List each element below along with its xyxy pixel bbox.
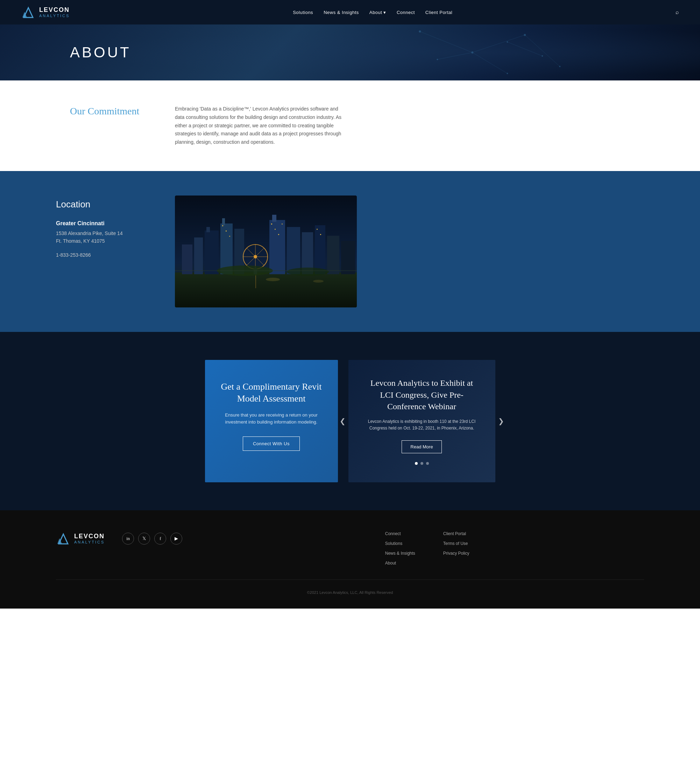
svg-point-49 [266, 278, 280, 281]
connect-with-us-button[interactable]: Connect With Us [243, 436, 300, 451]
location-title: Location [56, 199, 147, 210]
carousel-dots [366, 462, 478, 465]
location-info: Location Greater Cincinnati 1538 Alexand… [56, 196, 147, 258]
svg-point-52 [287, 267, 329, 276]
logo-company-name: LEVCON [39, 6, 70, 14]
location-address: 1538 Alexandria Pike, Suite 14 Ft. Thoma… [56, 229, 147, 245]
svg-point-10 [524, 34, 526, 36]
svg-rect-20 [205, 231, 218, 274]
footer-company-name: LEVCON [74, 533, 105, 540]
svg-point-11 [560, 66, 561, 67]
cta-left-desc: Ensure that you are receiving a return o… [219, 412, 324, 426]
cta-section: Get a Complimentary Revit Model Assessme… [0, 332, 700, 510]
svg-point-8 [419, 30, 421, 32]
svg-rect-38 [341, 241, 355, 274]
cta-right-card: ❮ Levcon Analytics to Exhibit at LCI Con… [348, 360, 495, 482]
svg-rect-17 [175, 272, 357, 307]
svg-rect-42 [271, 223, 272, 224]
svg-rect-36 [315, 225, 325, 274]
footer-nav-col-2: Client Portal Terms of Use Privacy Polic… [443, 531, 469, 565]
footer-link-privacy[interactable]: Privacy Policy [443, 551, 469, 556]
svg-rect-39 [222, 225, 223, 226]
cta-left-card: Get a Complimentary Revit Model Assessme… [205, 360, 338, 482]
svg-rect-45 [282, 223, 283, 224]
svg-line-3 [473, 35, 525, 53]
twitter-icon[interactable]: 𝕏 [138, 533, 150, 544]
carousel-prev-arrow[interactable]: ❮ [340, 417, 346, 425]
footer-link-client-portal[interactable]: Client Portal [443, 531, 469, 536]
svg-rect-23 [222, 218, 225, 225]
svg-rect-44 [278, 234, 279, 235]
svg-rect-33 [272, 215, 276, 222]
footer: LEVCON ANALYTICS in 𝕏 f ▶ Connect Soluti… [0, 510, 700, 609]
nav-connect[interactable]: Connect [397, 10, 415, 15]
carousel-dot-3[interactable] [426, 462, 429, 465]
commitment-body: Embracing 'Data as a Discipline™,' Levco… [175, 105, 343, 146]
hero-network-graphic [280, 24, 700, 80]
location-image [175, 196, 357, 307]
svg-line-4 [525, 35, 560, 67]
svg-point-14 [507, 41, 508, 43]
footer-social-links: in 𝕏 f ▶ [122, 533, 182, 544]
commitment-section: Our Commitment Embracing 'Data as a Disc… [0, 80, 700, 171]
svg-point-12 [507, 73, 508, 74]
location-section: Location Greater Cincinnati 1538 Alexand… [0, 171, 700, 332]
nav-solutions[interactable]: Solutions [293, 10, 313, 15]
cta-left-title: Get a Complimentary Revit Model Assessme… [219, 381, 324, 405]
svg-rect-18 [182, 245, 192, 274]
svg-point-13 [437, 59, 438, 60]
svg-point-15 [542, 55, 543, 57]
svg-rect-32 [269, 220, 285, 274]
location-city: Greater Cincinnati [56, 220, 147, 227]
hero-section: ABOUT [0, 24, 700, 80]
svg-point-50 [313, 280, 324, 283]
page-title: ABOUT [70, 44, 131, 61]
svg-rect-34 [287, 227, 300, 274]
svg-point-9 [472, 51, 474, 54]
carousel-dot-2[interactable] [421, 462, 423, 465]
linkedin-icon[interactable]: in [122, 533, 134, 544]
svg-rect-21 [206, 227, 210, 232]
read-more-button[interactable]: Read More [402, 440, 442, 453]
facebook-icon[interactable]: f [154, 533, 166, 544]
nav-about[interactable]: About ▾ [370, 10, 386, 15]
footer-tagline: ANALYTICS [74, 540, 105, 544]
svg-rect-41 [229, 236, 230, 237]
news-card-title: Levcon Analytics to Exhibit at LCI Congr… [366, 377, 478, 413]
footer-nav-col-1: Connect Solutions News & Insights About [385, 531, 415, 565]
footer-link-news[interactable]: News & Insights [385, 551, 415, 556]
location-phone: 1-833-253-8266 [56, 252, 147, 258]
logo[interactable]: LEVCON ANALYTICS [21, 5, 70, 19]
nav-news-insights[interactable]: News & Insights [324, 10, 359, 15]
svg-rect-19 [194, 237, 203, 274]
footer-link-about[interactable]: About [385, 561, 415, 565]
svg-line-5 [473, 53, 508, 73]
commitment-title: Our Commitment [70, 105, 147, 118]
nav-links: Solutions News & Insights About ▾ Connec… [293, 9, 452, 15]
navbar: LEVCON ANALYTICS Solutions News & Insigh… [0, 0, 700, 24]
search-icon[interactable]: ⌕ [676, 9, 679, 15]
svg-rect-43 [274, 229, 276, 230]
svg-line-6 [438, 53, 473, 59]
logo-tagline: ANALYTICS [39, 14, 70, 18]
cincinnati-skyline [175, 196, 357, 307]
svg-rect-47 [320, 234, 321, 235]
carousel-dot-1[interactable] [415, 462, 418, 465]
footer-link-solutions[interactable]: Solutions [385, 541, 415, 546]
svg-line-2 [420, 32, 473, 53]
svg-rect-46 [317, 229, 317, 230]
copyright-text: ©2021 Levcon Analytics, LLC, All Rights … [56, 590, 644, 595]
footer-logo-icon [56, 531, 71, 546]
svg-rect-48 [255, 274, 256, 288]
carousel-next-arrow[interactable]: ❯ [498, 417, 504, 425]
footer-link-terms[interactable]: Terms of Use [443, 541, 469, 546]
youtube-icon[interactable]: ▶ [171, 533, 182, 544]
footer-logo[interactable]: LEVCON ANALYTICS [56, 531, 105, 546]
svg-rect-40 [226, 231, 227, 232]
footer-link-connect[interactable]: Connect [385, 531, 415, 536]
footer-nav: Connect Solutions News & Insights About … [210, 531, 644, 565]
svg-rect-37 [327, 236, 339, 274]
logo-icon [21, 5, 36, 19]
nav-client-portal[interactable]: Client Portal [426, 10, 452, 15]
news-card-desc: Levcon Analytics is exhibiting in booth … [366, 418, 478, 431]
